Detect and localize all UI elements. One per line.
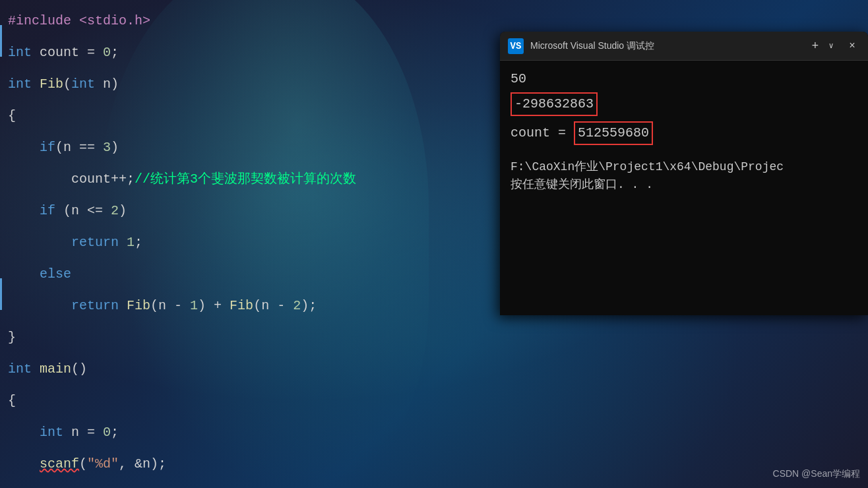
border-indicator-fib xyxy=(0,25,2,57)
code-content: #include <stdio.h> int count = 0; int Fi… xyxy=(0,0,501,488)
line-fib-decl: int Fib(int n) xyxy=(8,76,119,92)
line-close-brace1: } xyxy=(8,330,16,345)
console-count-label: count = xyxy=(511,125,574,140)
line-int-n: int n = 0; xyxy=(8,425,119,440)
line-open-brace1: { xyxy=(8,108,16,123)
line-return-fib: return Fib(n - 1) + Fib(n - 2); xyxy=(8,298,317,313)
line-if2: if (n <= 2) xyxy=(8,203,127,218)
border-indicator-main xyxy=(0,278,2,310)
console-path-line2: 按任意键关闭此窗口. . . xyxy=(511,176,857,194)
console-path-line1: F:\CaoXin作业\Project1\x64\Debug\Projec xyxy=(511,158,857,176)
console-chevron-button[interactable]: ∨ xyxy=(823,38,839,54)
line-count: int count = 0; xyxy=(8,45,119,60)
line-main-decl: int main() xyxy=(8,361,87,377)
code-editor: #include <stdio.h> int count = 0; int Fi… xyxy=(0,0,501,488)
console-titlebar: VS Microsoft Visual Studio 调试控 + ∨ × xyxy=(500,32,868,61)
line-open-brace2: { xyxy=(8,393,16,408)
console-path-section: F:\CaoXin作业\Project1\x64\Debug\Projec 按任… xyxy=(511,158,857,194)
console-add-button[interactable]: + xyxy=(807,38,823,54)
console-line2-boxed: -298632863 xyxy=(511,92,598,116)
console-close-button[interactable]: × xyxy=(844,38,860,54)
console-line1: 50 xyxy=(511,69,857,90)
vs-icon-text: VS xyxy=(511,41,522,51)
line-count-increment: count++;//统计第3个斐波那契数被计算的次数 xyxy=(8,171,356,187)
line-return1: return 1; xyxy=(8,235,142,250)
console-window: VS Microsoft Visual Studio 调试控 + ∨ × 50 … xyxy=(500,32,868,315)
line-include: #include <stdio.h> xyxy=(8,13,150,28)
vs-icon: VS xyxy=(508,38,524,54)
line-else: else xyxy=(8,266,71,282)
watermark: CSDN @Sean学编程 xyxy=(773,468,860,480)
console-count-boxed: 512559680 xyxy=(574,121,653,145)
console-title: Microsoft Visual Studio 调试控 xyxy=(530,40,805,52)
console-line3: count = 512559680 xyxy=(511,121,857,145)
console-body: 50 -298632863 count = 512559680 F:\CaoXi… xyxy=(500,61,868,315)
line-scanf: scanf("%d", &n); xyxy=(8,456,166,472)
line-if1: if(n == 3) xyxy=(8,140,119,155)
watermark-text: CSDN @Sean学编程 xyxy=(773,468,860,479)
console-line2: -298632863 xyxy=(511,92,857,116)
